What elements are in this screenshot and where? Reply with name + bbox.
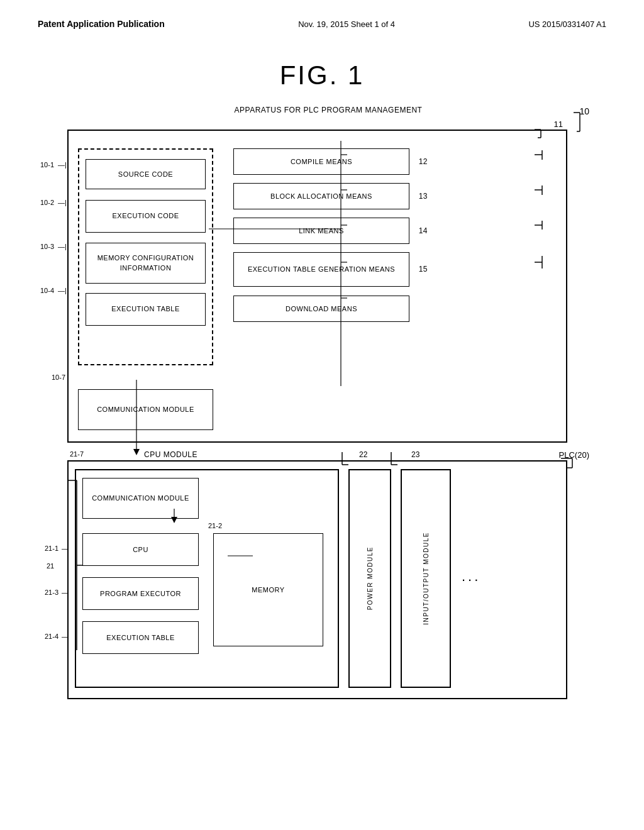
- program-executor-box: PROGRAM EXECUTOR: [82, 577, 199, 610]
- execution-code-box: EXECUTION CODE: [86, 200, 206, 233]
- label-10-3: 10-3 —|: [40, 243, 67, 250]
- plc-outer-box: CPU MODULE 21-7 COMMUNICATION MODULE CPU…: [67, 460, 567, 699]
- link-means-box: LINK MEANS 14: [233, 218, 409, 244]
- page: Patent Application Publication Nov. 19, …: [0, 0, 644, 830]
- label-10-7: 10-7: [52, 374, 65, 381]
- block-allocation-num: 13: [419, 192, 428, 201]
- apparatus-inner-number: 11: [554, 119, 563, 129]
- io-module-box: INPUT/OUTPUT MODULE: [401, 469, 451, 688]
- apparatus-number: 10: [579, 106, 589, 116]
- source-code-box: SOURCE CODE: [86, 159, 206, 189]
- label-22: 22: [359, 450, 367, 459]
- ellipsis: ···: [462, 572, 480, 588]
- exec-table-gen-means-box: EXECUTION TABLE GENERATION MEANS 15: [233, 252, 409, 287]
- memory-box: MEMORY: [213, 533, 323, 646]
- header-left: Patent Application Publication: [38, 19, 165, 29]
- io-module-label: INPUT/OUTPUT MODULE: [422, 532, 430, 625]
- label-21-4: 21-4 —: [45, 633, 69, 640]
- cpu-comm-module-box: COMMUNICATION MODULE: [82, 478, 199, 519]
- label-21-2: 21-2: [208, 522, 222, 529]
- block-allocation-means-box: BLOCK ALLOCATION MEANS 13: [233, 183, 409, 209]
- label-21-1: 21-1 —: [45, 545, 69, 552]
- label-23: 23: [411, 450, 419, 459]
- power-module-label: POWER MODULE: [366, 546, 374, 610]
- cpu-box: CPU: [82, 533, 199, 566]
- header-center: Nov. 19, 2015 Sheet 1 of 4: [298, 19, 395, 29]
- link-means-num: 14: [419, 226, 428, 235]
- header-right: US 2015/0331407 A1: [528, 19, 606, 29]
- apparatus-outer-box: 11 SOURCE CODE EXECUTION CODE MEMORY CON…: [67, 130, 567, 443]
- label-10-2: 10-2 —|: [40, 199, 67, 206]
- compile-means-num: 12: [419, 157, 428, 166]
- execution-table-box-top: EXECUTION TABLE: [86, 293, 206, 326]
- download-means-box: DOWNLOAD MEANS: [233, 296, 409, 322]
- label-21: 21: [47, 562, 54, 570]
- diagram: APPARATUS FOR PLC PROGRAM MANAGEMENT 10 …: [52, 103, 592, 707]
- svg-marker-22: [133, 449, 140, 455]
- page-header: Patent Application Publication Nov. 19, …: [38, 13, 606, 42]
- comm-module-top-box: COMMUNICATION MODULE: [78, 389, 213, 430]
- memory-config-box: MEMORY CONFIGURATION INFORMATION: [86, 243, 206, 284]
- label-21-3: 21-3 —: [45, 589, 69, 596]
- plc-label: PLC(20): [559, 450, 589, 460]
- label-10-4: 10-4 —|: [40, 287, 67, 294]
- fig-title: FIG. 1: [38, 60, 606, 91]
- compile-means-box: COMPILE MEANS 12: [233, 148, 409, 175]
- cpu-module-label: CPU MODULE: [144, 450, 197, 459]
- execution-table-plc-box: EXECUTION TABLE: [82, 621, 199, 654]
- label-21-7: 21-7: [70, 450, 84, 458]
- apparatus-label: APPARATUS FOR PLC PROGRAM MANAGEMENT: [102, 104, 555, 116]
- power-module-box: POWER MODULE: [348, 469, 391, 688]
- left-dashed-box: SOURCE CODE EXECUTION CODE MEMORY CONFIG…: [78, 148, 213, 365]
- cpu-module-box: COMMUNICATION MODULE CPU MEMORY PROGRAM …: [75, 469, 339, 688]
- exec-table-gen-num: 15: [419, 264, 428, 275]
- label-10-1: 10-1 —|: [40, 161, 67, 169]
